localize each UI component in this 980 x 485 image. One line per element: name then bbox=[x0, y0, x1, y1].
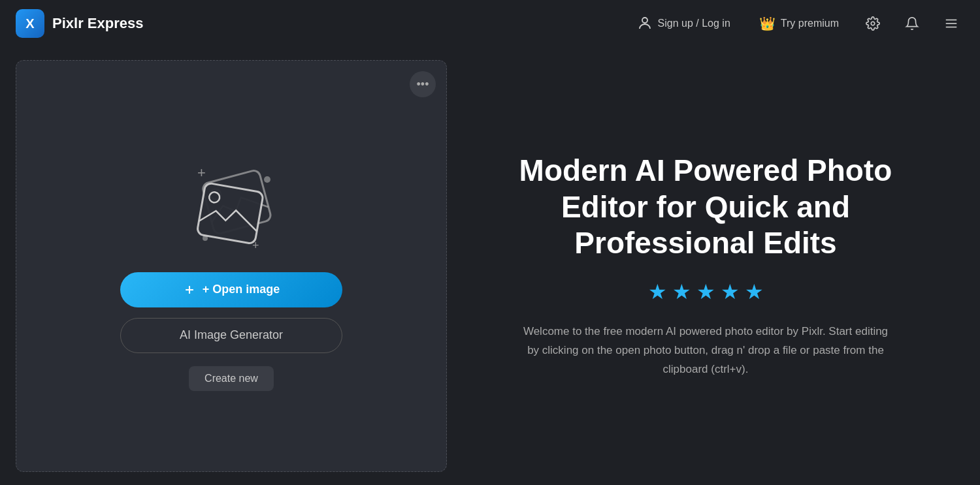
ellipsis-icon: ••• bbox=[417, 78, 429, 91]
plus-icon bbox=[183, 283, 196, 296]
settings-icon bbox=[866, 16, 880, 31]
right-panel: Modern AI Powered Photo Editor for Quick… bbox=[447, 60, 964, 472]
header-left: X Pixlr Express bbox=[16, 9, 143, 38]
app-logo: X bbox=[16, 9, 44, 38]
hero-description: Welcome to the free modern AI powered ph… bbox=[523, 322, 889, 379]
bell-icon bbox=[905, 16, 919, 31]
main-content: ••• + + bbox=[0, 47, 980, 485]
ai-generator-button[interactable]: AI Image Generator bbox=[120, 318, 342, 353]
header-right: Sign up / Log in 👑 Try premium bbox=[629, 10, 964, 37]
sign-up-button[interactable]: Sign up / Log in bbox=[629, 10, 738, 37]
svg-text:+: + bbox=[197, 164, 206, 181]
left-panel: ••• + + bbox=[16, 60, 447, 472]
ai-generator-label: AI Image Generator bbox=[180, 328, 283, 342]
stars-row: ★ ★ ★ ★ ★ bbox=[648, 279, 764, 304]
menu-button[interactable] bbox=[938, 10, 964, 37]
try-premium-button[interactable]: 👑 Try premium bbox=[751, 10, 847, 37]
notification-button[interactable] bbox=[899, 10, 925, 37]
svg-point-1 bbox=[871, 22, 875, 25]
create-new-label: Create new bbox=[204, 373, 258, 384]
star-2: ★ bbox=[672, 279, 691, 304]
star-4: ★ bbox=[721, 279, 740, 304]
hero-title: Modern AI Powered Photo Editor for Quick… bbox=[499, 153, 912, 261]
create-new-button[interactable]: Create new bbox=[189, 366, 274, 391]
star-5: ★ bbox=[745, 279, 764, 304]
open-image-button[interactable]: + Open image bbox=[120, 272, 342, 307]
svg-rect-11 bbox=[197, 182, 264, 243]
svg-point-7 bbox=[264, 176, 270, 183]
menu-icon bbox=[944, 16, 958, 31]
app-header: X Pixlr Express Sign up / Log in 👑 Try p… bbox=[0, 0, 980, 47]
svg-point-0 bbox=[642, 18, 647, 23]
photo-illustration: + + bbox=[166, 142, 297, 272]
more-options-button[interactable]: ••• bbox=[410, 71, 436, 97]
star-3: ★ bbox=[696, 279, 715, 304]
person-icon bbox=[637, 16, 653, 31]
open-image-label: + Open image bbox=[203, 283, 280, 296]
crown-icon: 👑 bbox=[759, 16, 776, 31]
star-1: ★ bbox=[648, 279, 667, 304]
app-title: Pixlr Express bbox=[52, 15, 143, 32]
settings-button[interactable] bbox=[860, 10, 886, 37]
